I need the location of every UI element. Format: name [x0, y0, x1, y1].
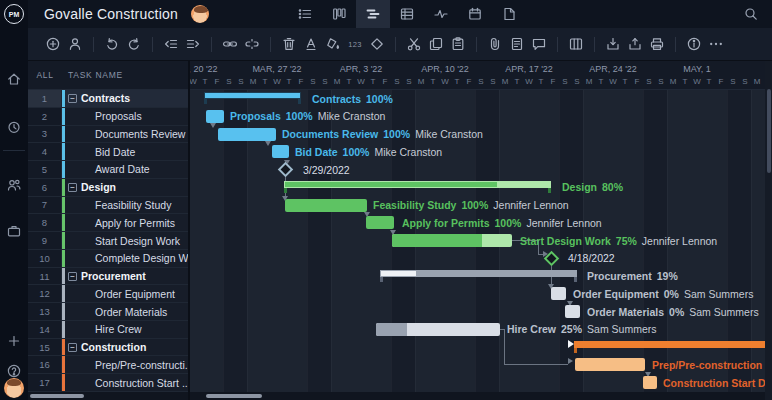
- task-row[interactable]: 3Documents Review: [28, 126, 188, 144]
- view-tab-sheet[interactable]: [390, 0, 424, 28]
- summary-bar[interactable]: [380, 270, 577, 277]
- redo-icon: [126, 36, 142, 52]
- toolbar-copy-button[interactable]: [425, 32, 447, 56]
- day-letter: W: [355, 77, 367, 86]
- gantt-hscroll-thumb[interactable]: [206, 394, 262, 398]
- toolbar-attachment-button[interactable]: [484, 32, 506, 56]
- view-tab-list[interactable]: [288, 0, 322, 28]
- view-tab-activity[interactable]: [424, 0, 458, 28]
- task-bar[interactable]: [376, 323, 500, 336]
- task-row[interactable]: 5Award Date: [28, 161, 188, 179]
- task-row[interactable]: 2Proposals: [28, 108, 188, 126]
- toolbar-outdent-button[interactable]: [160, 32, 182, 56]
- task-bar[interactable]: [643, 376, 657, 389]
- summary-bar[interactable]: [204, 92, 301, 99]
- toolbar-paste-button[interactable]: [447, 32, 469, 56]
- task-row[interactable]: 4Bid Date: [28, 143, 188, 161]
- add-task-icon: [45, 36, 61, 52]
- vertical-scroll-thumb[interactable]: [767, 89, 771, 173]
- toolbar-print-button[interactable]: [646, 32, 668, 56]
- day-letter: M: [499, 77, 511, 86]
- toolbar-fill-color-button[interactable]: [322, 32, 344, 56]
- toolbar-redo-button[interactable]: [123, 32, 145, 56]
- sidebar-timer-button[interactable]: [0, 116, 28, 138]
- task-row[interactable]: 11−Procurement: [28, 268, 188, 286]
- toolbar-import-button[interactable]: [602, 32, 624, 56]
- search-icon[interactable]: [738, 0, 764, 28]
- toolbar-milestone-button[interactable]: [366, 32, 388, 56]
- task-bar[interactable]: [565, 305, 580, 318]
- task-bar[interactable]: [285, 199, 367, 212]
- view-tab-docs[interactable]: [492, 0, 526, 28]
- view-tab-calendar[interactable]: [458, 0, 492, 28]
- toolbar-notes-button[interactable]: [506, 32, 528, 56]
- task-row[interactable]: 6−Design: [28, 179, 188, 197]
- task-row[interactable]: 7Feasibility Study: [28, 197, 188, 215]
- task-list-hscrollbar[interactable]: [28, 392, 188, 400]
- collapse-icon[interactable]: −: [68, 272, 77, 281]
- task-bar[interactable]: [218, 128, 276, 141]
- toolbar-indent-button[interactable]: [182, 32, 204, 56]
- milestone-diamond[interactable]: [277, 162, 293, 178]
- toolbar-delete-button[interactable]: [278, 32, 300, 56]
- toolbar-add-task-button[interactable]: [42, 32, 64, 56]
- task-bar[interactable]: [206, 110, 224, 123]
- summary-bar[interactable]: [574, 341, 765, 348]
- sidebar-home-button[interactable]: [0, 68, 28, 90]
- collapse-icon[interactable]: −: [68, 94, 77, 103]
- sidebar-plus-button[interactable]: [0, 330, 28, 352]
- toolbar-font-color-button[interactable]: [300, 32, 322, 56]
- day-letter: S: [727, 77, 739, 86]
- task-bar[interactable]: [392, 234, 512, 247]
- task-row[interactable]: 13Order Materials: [28, 303, 188, 321]
- column-all-header[interactable]: ALL: [28, 70, 62, 80]
- task-bar[interactable]: [575, 358, 645, 371]
- summary-bar[interactable]: [284, 181, 551, 188]
- collapse-icon[interactable]: −: [68, 183, 77, 192]
- toolbar-group: [602, 32, 668, 56]
- sidebar-team-button[interactable]: [0, 174, 28, 196]
- toolbar-numbers-button[interactable]: 123: [344, 32, 366, 56]
- task-name-cell: Bid Date: [65, 143, 188, 160]
- toolbar-separator: [675, 37, 676, 52]
- task-bar[interactable]: [272, 145, 289, 158]
- toolbar-export-button[interactable]: [624, 32, 646, 56]
- row-number: 2: [28, 108, 62, 125]
- toolbar-unlink-tasks-button[interactable]: [241, 32, 263, 56]
- toolbar-columns-button[interactable]: [565, 32, 587, 56]
- view-tab-board[interactable]: [322, 0, 356, 28]
- toolbar-undo-button[interactable]: [101, 32, 123, 56]
- project-owner-avatar[interactable]: [191, 5, 209, 23]
- toolbar-more-button[interactable]: [705, 32, 727, 56]
- toolbar-link-tasks-button[interactable]: [219, 32, 241, 56]
- task-row[interactable]: 14Hire Crew: [28, 321, 188, 339]
- vertical-scrollbar[interactable]: [765, 61, 772, 400]
- day-letter: T: [259, 77, 271, 86]
- task-bar[interactable]: [366, 216, 394, 229]
- task-row[interactable]: 9Start Design Work: [28, 232, 188, 250]
- dependency-arrow-icon: [265, 141, 271, 146]
- user-avatar[interactable]: [4, 378, 24, 398]
- sidebar-portfolio-button[interactable]: [0, 220, 28, 242]
- collapse-icon[interactable]: −: [68, 343, 77, 352]
- toolbar-comment-button[interactable]: [528, 32, 550, 56]
- task-row[interactable]: 10Complete Design W...: [28, 250, 188, 268]
- toolbar-info-button[interactable]: [683, 32, 705, 56]
- view-tab-gantt[interactable]: [356, 0, 390, 28]
- day-letter: F: [547, 77, 559, 86]
- task-row[interactable]: 12Order Equipment: [28, 285, 188, 303]
- task-row[interactable]: 15−Construction: [28, 339, 188, 357]
- day-letter: S: [655, 77, 667, 86]
- task-name-label: Start Design Work: [95, 235, 180, 247]
- toolbar-cut-button[interactable]: [403, 32, 425, 56]
- task-row[interactable]: 1−Contracts: [28, 90, 188, 108]
- task-row[interactable]: 17Construction Start ...: [28, 374, 188, 392]
- gantt-hscrollbar[interactable]: [190, 392, 765, 400]
- task-bar[interactable]: [551, 287, 566, 300]
- toolbar-assign-button[interactable]: [64, 32, 86, 56]
- task-row[interactable]: 8Apply for Permits: [28, 214, 188, 232]
- column-task-name-header[interactable]: TASK NAME: [62, 70, 123, 80]
- day-letter: S: [319, 77, 331, 86]
- task-row[interactable]: 16Prep/Pre-constructi...: [28, 356, 188, 374]
- task-list-hscroll-thumb[interactable]: [30, 394, 84, 398]
